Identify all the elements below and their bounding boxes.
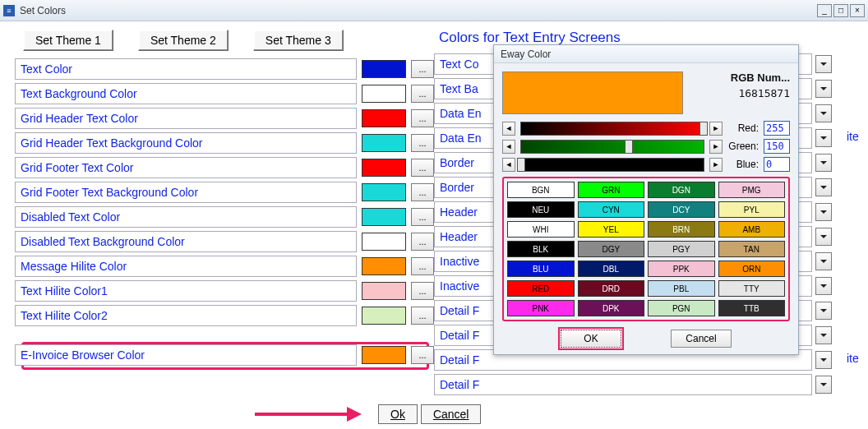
color-row-swatch[interactable]	[362, 159, 406, 177]
dropdown-button[interactable]	[815, 277, 832, 295]
color-row: Grid Footer Text Color...	[15, 156, 434, 179]
slider-left-button[interactable]: ◄	[502, 140, 515, 154]
color-row-more-button[interactable]: ...	[411, 159, 434, 177]
color-row-swatch[interactable]	[362, 257, 406, 275]
color-row-swatch[interactable]	[362, 307, 406, 325]
set-theme-1-button[interactable]: Set Theme 1	[23, 30, 113, 51]
preset-swatch-brn[interactable]: BRN	[648, 221, 715, 238]
color-row-more-button[interactable]: ...	[411, 60, 434, 78]
slider-right-button[interactable]: ►	[709, 140, 723, 154]
maximize-button[interactable]: □	[833, 4, 848, 17]
color-row-swatch[interactable]	[362, 85, 406, 103]
color-row-more-button[interactable]: ...	[411, 109, 434, 127]
preset-swatch-grn[interactable]: GRN	[578, 182, 645, 198]
preset-swatch-ppk[interactable]: PPK	[648, 261, 715, 277]
slider-value-input[interactable]	[764, 139, 790, 154]
close-button[interactable]: ×	[850, 4, 865, 17]
preset-swatch-red[interactable]: RED	[507, 280, 575, 297]
set-theme-2-button[interactable]: Set Theme 2	[138, 30, 229, 51]
color-row-swatch[interactable]	[362, 134, 406, 152]
color-row-swatch[interactable]	[362, 208, 406, 226]
color-row-more-button[interactable]: ...	[411, 282, 434, 300]
preset-swatch-pnk[interactable]: PNK	[507, 300, 575, 316]
preset-swatch-whi[interactable]: WHI	[507, 221, 575, 238]
preset-swatch-pgy[interactable]: PGY	[648, 241, 715, 257]
preset-swatch-amb[interactable]: AMB	[718, 221, 786, 238]
preset-swatch-pmg[interactable]: PMG	[718, 182, 786, 198]
color-row-more-button[interactable]: ...	[411, 208, 434, 226]
dropdown-button[interactable]	[815, 154, 832, 172]
dropdown-button[interactable]	[815, 80, 832, 98]
preset-swatch-tan[interactable]: TAN	[718, 241, 786, 257]
slider-thumb[interactable]	[517, 158, 525, 172]
color-row-more-button[interactable]: ...	[411, 85, 434, 103]
picker-ok-button[interactable]: OK	[561, 330, 621, 348]
rgb-slider-row: ◄►Blue:	[502, 157, 790, 172]
slider-left-button[interactable]: ◄	[502, 122, 515, 136]
color-row: Grid Header Text Color...	[15, 107, 434, 130]
dropdown-button[interactable]	[815, 302, 832, 320]
rgb-slider-row: ◄►Red:	[502, 121, 790, 136]
preset-swatch-blu[interactable]: BLU	[507, 261, 575, 277]
color-row-swatch[interactable]	[362, 233, 406, 251]
dropdown-button[interactable]	[815, 228, 832, 246]
cancel-button[interactable]: Cancel	[421, 404, 482, 424]
slider-track[interactable]	[520, 158, 704, 172]
preset-swatch-ttb[interactable]: TTB	[718, 300, 786, 316]
slider-value-input[interactable]	[764, 121, 790, 136]
preset-swatch-pyl[interactable]: PYL	[718, 201, 786, 218]
color-row-more-button[interactable]: ...	[411, 307, 434, 325]
dropdown-button[interactable]	[815, 55, 832, 73]
preset-swatch-blk[interactable]: BLK	[507, 241, 575, 257]
color-row: Grid Footer Text Background Color...	[15, 181, 434, 204]
color-picker-dialog: Eway Color RGB Num... 16815871 ◄►Red:◄►G…	[493, 44, 799, 355]
slider-right-button[interactable]: ►	[709, 122, 723, 136]
set-theme-3-button[interactable]: Set Theme 3	[253, 30, 344, 51]
dropdown-button[interactable]	[815, 351, 832, 369]
preset-swatch-tty[interactable]: TTY	[718, 280, 786, 297]
slider-left-button[interactable]: ◄	[502, 158, 515, 172]
einvoice-more-button[interactable]: ...	[411, 346, 434, 364]
dropdown-button[interactable]	[815, 252, 832, 270]
dropdown-button[interactable]	[815, 104, 832, 122]
color-row-more-button[interactable]: ...	[411, 233, 434, 251]
dropdown-button[interactable]	[815, 178, 832, 196]
dropdown-button[interactable]	[815, 203, 832, 221]
preset-swatch-orn[interactable]: ORN	[718, 261, 786, 277]
color-row-more-button[interactable]: ...	[411, 257, 434, 275]
slider-value-input[interactable]	[764, 157, 790, 172]
slider-right-button[interactable]: ►	[709, 158, 723, 172]
slider-track[interactable]	[520, 122, 704, 136]
dropdown-button[interactable]	[815, 129, 832, 147]
preset-swatch-pbl[interactable]: PBL	[648, 280, 715, 297]
preset-swatch-bgn[interactable]: BGN	[507, 182, 575, 198]
einvoice-swatch[interactable]	[362, 346, 406, 364]
preset-swatch-cyn[interactable]: CYN	[578, 201, 645, 218]
color-row-swatch[interactable]	[362, 282, 406, 300]
dropdown-button[interactable]	[815, 326, 832, 344]
preset-swatch-dcy[interactable]: DCY	[648, 201, 715, 218]
color-row-more-button[interactable]: ...	[411, 183, 434, 201]
preset-swatch-dbl[interactable]: DBL	[578, 261, 645, 277]
color-row-label: Disabled Text Background Color	[15, 231, 357, 252]
slider-thumb[interactable]	[625, 140, 633, 154]
preset-swatch-drd[interactable]: DRD	[578, 280, 645, 297]
preset-swatch-dgy[interactable]: DGY	[578, 241, 645, 257]
preset-swatch-pgn[interactable]: PGN	[648, 300, 715, 316]
color-row-more-button[interactable]: ...	[411, 134, 434, 152]
color-row-label: Grid Header Text Background Color	[15, 132, 357, 154]
picker-cancel-button[interactable]: Cancel	[671, 330, 732, 348]
dropdown-button[interactable]	[815, 376, 832, 394]
color-row-swatch[interactable]	[362, 183, 406, 201]
preset-swatch-dpk[interactable]: DPK	[578, 300, 645, 316]
color-row-swatch[interactable]	[362, 60, 406, 78]
slider-thumb[interactable]	[699, 122, 708, 136]
color-row-label: Disabled Text Color	[15, 206, 357, 228]
ok-button[interactable]: Ok	[378, 404, 418, 424]
slider-track[interactable]	[520, 140, 704, 154]
minimize-button[interactable]: _	[817, 4, 832, 17]
preset-swatch-neu[interactable]: NEU	[507, 201, 575, 218]
preset-swatch-yel[interactable]: YEL	[578, 221, 645, 238]
color-row-swatch[interactable]	[362, 109, 406, 127]
preset-swatch-dgn[interactable]: DGN	[648, 182, 715, 198]
